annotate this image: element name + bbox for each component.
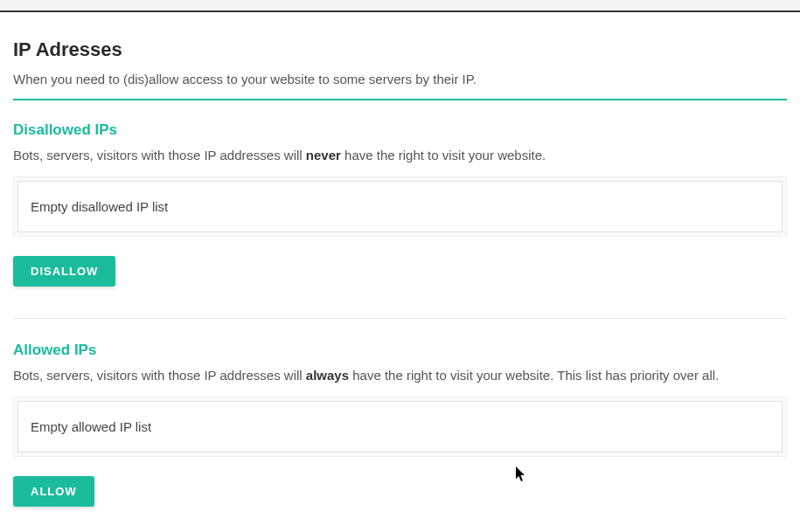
allow-button[interactable]: ALLOW bbox=[13, 476, 94, 507]
disallowed-desc-emph: never bbox=[306, 148, 341, 162]
allowed-list-wrap: Empty allowed IP list bbox=[13, 397, 787, 457]
disallowed-desc-pre: Bots, servers, visitors with those IP ad… bbox=[13, 148, 306, 162]
allowed-title: Allowed IPs bbox=[13, 342, 787, 359]
allowed-desc-pre: Bots, servers, visitors with those IP ad… bbox=[13, 368, 306, 383]
disallowed-description: Bots, servers, visitors with those IP ad… bbox=[13, 148, 787, 162]
page-subtitle: When you need to (dis)allow access to yo… bbox=[13, 72, 787, 86]
section-divider bbox=[13, 318, 787, 319]
allowed-ip-list[interactable]: Empty allowed IP list bbox=[17, 401, 783, 453]
disallowed-list-wrap: Empty disallowed IP list bbox=[13, 176, 787, 237]
allowed-desc-post: have the right to visit your website. Th… bbox=[349, 368, 719, 383]
disallowed-ip-list[interactable]: Empty disallowed IP list bbox=[17, 181, 783, 232]
page-title: IP Adresses bbox=[13, 38, 787, 61]
disallow-button[interactable]: DISALLOW bbox=[13, 256, 115, 287]
top-bar bbox=[0, 0, 800, 12]
allowed-description: Bots, servers, visitors with those IP ad… bbox=[13, 368, 787, 383]
disallowed-desc-post: have the right to visit your website. bbox=[341, 148, 546, 162]
allowed-desc-emph: always bbox=[306, 368, 349, 383]
content: IP Adresses When you need to (dis)allow … bbox=[0, 12, 800, 532]
disallowed-title: Disallowed IPs bbox=[13, 121, 787, 139]
accent-divider bbox=[13, 99, 787, 100]
